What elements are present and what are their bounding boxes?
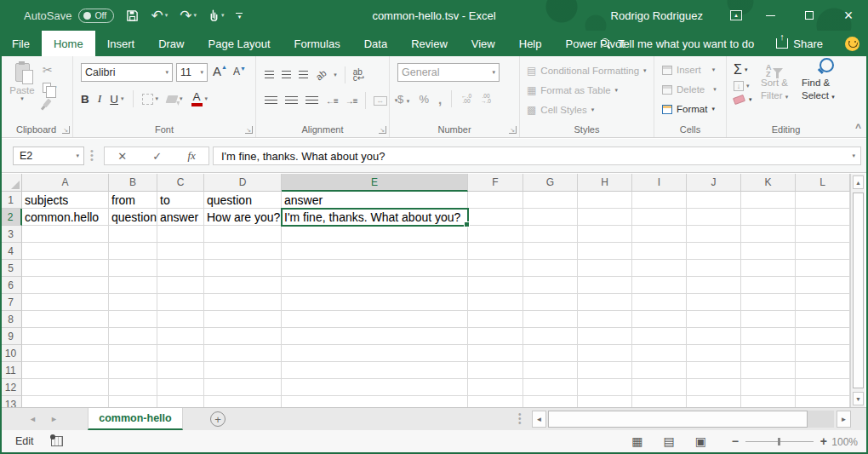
increase-decimal-button[interactable]: ←.0 .00: [461, 94, 471, 104]
vertical-scrollbar[interactable]: ▲ ▼: [850, 174, 865, 407]
cell-D9[interactable]: [204, 328, 282, 345]
cell-E2[interactable]: I'm fine, thanks. What about you?: [282, 209, 468, 226]
zoom-percentage[interactable]: 100%: [831, 436, 858, 448]
find-dropdown-icon[interactable]: ▾: [831, 94, 835, 100]
cell-F9[interactable]: [468, 328, 523, 345]
cell-F2[interactable]: [468, 209, 523, 226]
tab-scroll-splitter[interactable]: •••: [518, 412, 522, 425]
cell-A6[interactable]: [22, 277, 109, 294]
cell-K6[interactable]: [741, 277, 796, 294]
merge-center-button[interactable]: ↔: [374, 96, 387, 106]
cell-B8[interactable]: [109, 311, 157, 328]
row-header-1[interactable]: 1: [0, 192, 22, 209]
signed-in-user[interactable]: Rodrigo Rodriguez: [611, 9, 703, 22]
cell-G9[interactable]: [523, 328, 578, 345]
minimize-button[interactable]: [751, 0, 790, 31]
cell-B11[interactable]: [109, 362, 157, 379]
cell-G5[interactable]: [523, 260, 578, 277]
vertical-scroll-thumb[interactable]: [853, 193, 864, 388]
column-header-K[interactable]: K: [741, 174, 796, 192]
grow-font-button[interactable]: A▲: [213, 64, 227, 78]
paste-dropdown-icon[interactable]: ▾: [20, 95, 24, 102]
row-header-8[interactable]: 8: [0, 311, 22, 328]
cell-F12[interactable]: [468, 379, 523, 396]
cell-G4[interactable]: [523, 243, 578, 260]
cell-D2[interactable]: How are you?: [204, 209, 282, 226]
cell-K10[interactable]: [741, 345, 796, 362]
cell-L6[interactable]: [796, 277, 850, 294]
cell-H7[interactable]: [578, 294, 632, 311]
comma-style-button[interactable]: ,: [438, 92, 442, 106]
italic-button[interactable]: I: [98, 92, 102, 106]
cell-I4[interactable]: [632, 243, 687, 260]
underline-button[interactable]: U▾: [110, 93, 123, 106]
sort-filter-button[interactable]: Sort &Filter ▾: [761, 77, 788, 103]
cell-C12[interactable]: [157, 379, 204, 396]
cell-A4[interactable]: [22, 243, 109, 260]
decrease-decimal-button[interactable]: .00 →.0: [481, 94, 491, 104]
cell-F6[interactable]: [468, 277, 523, 294]
cell-L11[interactable]: [796, 362, 850, 379]
column-header-L[interactable]: L: [796, 174, 850, 192]
cell-E8[interactable]: [282, 311, 468, 328]
cell-A3[interactable]: [22, 226, 109, 243]
cell-A5[interactable]: [22, 260, 109, 277]
cell-J13[interactable]: [687, 396, 741, 407]
cell-C10[interactable]: [157, 345, 204, 362]
name-box-dropdown-icon[interactable]: ▾: [76, 152, 79, 159]
bold-button[interactable]: B: [81, 93, 89, 106]
column-header-A[interactable]: A: [22, 174, 109, 192]
page-layout-view-button[interactable]: ▤: [664, 434, 675, 448]
cell-D1[interactable]: question: [204, 192, 282, 209]
cell-D4[interactable]: [204, 243, 282, 260]
column-header-D[interactable]: D: [204, 174, 282, 192]
cell-G13[interactable]: [523, 396, 578, 407]
cell-H4[interactable]: [578, 243, 632, 260]
cell-L7[interactable]: [796, 294, 850, 311]
new-sheet-button[interactable]: +: [210, 411, 226, 427]
clear-button[interactable]: ▾: [734, 96, 752, 103]
scroll-left-button[interactable]: ◄: [532, 411, 546, 428]
cell-E1[interactable]: answer: [282, 192, 468, 209]
cell-C3[interactable]: [157, 226, 204, 243]
tab-file[interactable]: File: [0, 31, 42, 56]
autosum-button[interactable]: Σ▾: [734, 63, 752, 76]
cell-L10[interactable]: [796, 345, 850, 362]
tab-page-layout[interactable]: Page Layout: [197, 31, 283, 56]
row-header-9[interactable]: 9: [0, 328, 22, 345]
cell-D8[interactable]: [204, 311, 282, 328]
horizontal-scrollbar[interactable]: ◄ ►: [532, 411, 851, 428]
column-header-I[interactable]: I: [632, 174, 687, 192]
cell-E11[interactable]: [282, 362, 468, 379]
cell-D11[interactable]: [204, 362, 282, 379]
cell-J7[interactable]: [687, 294, 741, 311]
save-button[interactable]: [126, 9, 139, 22]
tab-insert[interactable]: Insert: [95, 31, 147, 56]
cell-E7[interactable]: [282, 294, 468, 311]
macro-record-icon[interactable]: [51, 436, 63, 446]
cell-K8[interactable]: [741, 311, 796, 328]
clear-dropdown-icon[interactable]: ▾: [749, 96, 752, 103]
cell-J10[interactable]: [687, 345, 741, 362]
cell-F8[interactable]: [468, 311, 523, 328]
cell-H6[interactable]: [578, 277, 632, 294]
cell-G1[interactable]: [523, 192, 578, 209]
percent-button[interactable]: %: [419, 93, 429, 106]
format-as-table-button[interactable]: ▦Format as Table▾: [527, 84, 618, 96]
cell-I12[interactable]: [632, 379, 687, 396]
scroll-up-button[interactable]: ▲: [853, 175, 864, 189]
cell-G11[interactable]: [523, 362, 578, 379]
column-header-J[interactable]: J: [687, 174, 741, 192]
align-left-icon[interactable]: [265, 96, 277, 105]
fill-color-button[interactable]: ▾: [167, 95, 183, 103]
tab-view[interactable]: View: [460, 31, 507, 56]
cell-E12[interactable]: [282, 379, 468, 396]
autosum-dropdown-icon[interactable]: ▾: [745, 66, 748, 73]
insert-function-button[interactable]: fx: [187, 149, 195, 163]
column-header-E[interactable]: E: [282, 174, 468, 192]
tab-home[interactable]: Home: [42, 31, 95, 56]
cell-H2[interactable]: [578, 209, 632, 226]
tab-help[interactable]: Help: [507, 31, 554, 56]
cell-K11[interactable]: [741, 362, 796, 379]
orientation-button[interactable]: ab: [314, 67, 328, 82]
